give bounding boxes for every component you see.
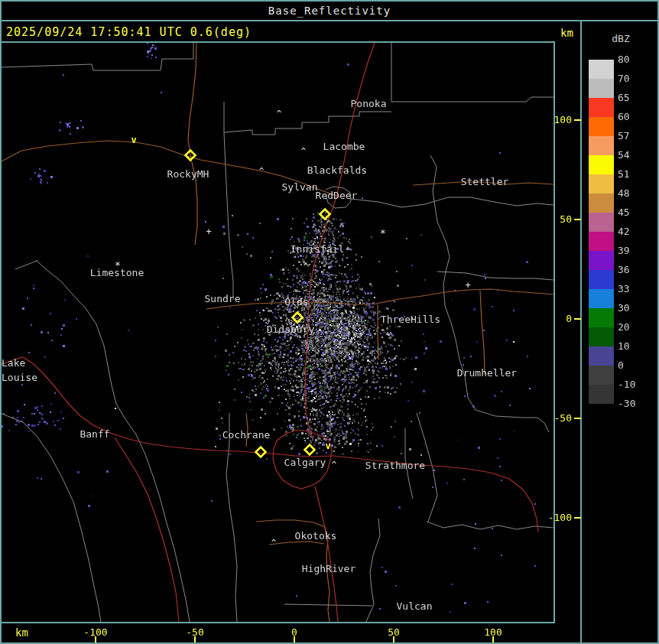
colorbar-tick-label: 60 <box>618 112 653 122</box>
colorbar-band <box>589 232 614 251</box>
y-axis-tick-label: 0 <box>540 313 572 324</box>
colorbar-band <box>589 308 614 327</box>
colorbar-tick-label: 10 <box>618 341 653 352</box>
colorbar-band <box>589 60 614 79</box>
y-axis-tick <box>574 219 581 220</box>
colorbar-tick-label: 36 <box>618 265 653 275</box>
colorbar-band <box>589 213 614 232</box>
radar-window: Base_Reflectivity 2025/09/24 17:50:41 UT… <box>0 0 659 644</box>
colorbar-tick-label: 57 <box>618 131 653 141</box>
window-title: Base_Reflectivity <box>268 5 391 17</box>
colorbar-band <box>589 366 614 385</box>
title-separator <box>0 20 659 21</box>
colorbar-tick-label: 65 <box>618 93 653 103</box>
colorbar-band <box>589 270 614 289</box>
colorbar-tick-label: 70 <box>618 73 653 84</box>
y-axis-tick-label: 50 <box>540 213 572 225</box>
map-unit-label-top: km <box>560 27 573 39</box>
radar-echo-layer[interactable] <box>2 43 553 622</box>
y-axis-tick-label: -100 <box>540 512 572 523</box>
x-axis-tick <box>492 636 494 642</box>
colorbar-tick-label: 33 <box>618 284 653 294</box>
x-axis-tick <box>194 636 196 642</box>
colorbar-panel-divider <box>580 21 582 644</box>
y-axis-tick <box>574 318 581 320</box>
colorbar-band <box>589 155 614 174</box>
title-bar: Base_Reflectivity <box>0 2 659 20</box>
colorbar-band <box>589 136 614 155</box>
colorbar-band <box>589 79 614 98</box>
colorbar-tick-label: 30 <box>618 303 653 314</box>
x-axis-tick <box>95 636 96 642</box>
colorbar-tick-label: 20 <box>618 322 653 333</box>
y-axis-tick <box>574 119 581 121</box>
y-axis-tick <box>574 418 581 419</box>
colorbar-band <box>589 194 614 213</box>
colorbar-tick-label: 48 <box>618 188 653 199</box>
colorbar-band <box>589 251 614 270</box>
colorbar-tick-label: 54 <box>618 150 653 161</box>
colorbar-band <box>589 385 614 404</box>
colorbar-tick-label: -30 <box>618 398 653 409</box>
colorbar-band <box>589 174 614 194</box>
colorbar-tick-label: 51 <box>618 169 653 180</box>
colorbar-tick-label: 42 <box>618 226 653 237</box>
colorbar-tick-label: 80 <box>618 54 653 65</box>
timestamp-label: 2025/09/24 17:50:41 UTC 0.6(deg) <box>6 25 252 39</box>
y-axis-tick-label: 100 <box>540 114 572 125</box>
colorbar-tick-label: -10 <box>618 379 653 390</box>
colorbar-band <box>589 327 614 346</box>
colorbar-band <box>589 289 614 308</box>
colorbar-tick-label: 45 <box>618 207 653 218</box>
colorbar-band <box>589 346 614 366</box>
y-axis-tick-label: -50 <box>540 412 572 424</box>
colorbar-tick-label: 0 <box>618 360 653 371</box>
colorbar-band <box>589 98 614 117</box>
axis-unit-label: km <box>15 626 28 639</box>
y-axis-tick <box>574 517 581 519</box>
colorbar-band <box>589 117 614 136</box>
x-axis-tick <box>393 636 394 642</box>
colorbar-tick-label: 39 <box>618 246 653 256</box>
colorbar-title: dBZ <box>604 33 638 44</box>
x-axis-tick <box>294 636 295 642</box>
